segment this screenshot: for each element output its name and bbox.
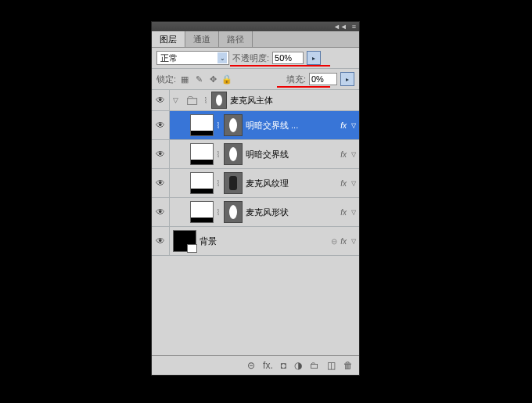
lock-position-icon[interactable]: ✥: [207, 74, 218, 85]
group-toggle-icon[interactable]: ▽: [173, 96, 181, 104]
svg-rect-7: [191, 218, 213, 222]
link-layers-icon[interactable]: ⊝: [247, 360, 255, 371]
mask-link-icon[interactable]: ⦚: [217, 179, 221, 187]
svg-rect-5: [191, 189, 213, 193]
mask-link-icon[interactable]: ⦚: [217, 150, 221, 158]
panel-tabs: 图层 通道 路径: [152, 31, 359, 48]
mask-thumb[interactable]: [224, 201, 243, 223]
mask-link-icon[interactable]: ⦚: [217, 208, 221, 216]
layer-thumb[interactable]: [190, 114, 214, 136]
mask-icon[interactable]: ◘: [281, 360, 286, 371]
mask-thumb[interactable]: [224, 114, 243, 136]
fx-badge[interactable]: fx: [340, 179, 347, 188]
fill-flyout-icon[interactable]: ▸: [340, 72, 354, 86]
lock-pixels-icon[interactable]: ✎: [193, 74, 204, 85]
blend-mode-value: 正常: [160, 52, 178, 64]
svg-rect-2: [191, 144, 213, 160]
opacity-flyout-icon[interactable]: ▸: [307, 51, 321, 65]
panel-footer: ⊝ fx. ◘ ◑ 🗀 ◫ 🗑: [152, 355, 359, 375]
layer-name[interactable]: 麦克风主体: [230, 95, 356, 106]
fx-icon[interactable]: fx.: [263, 360, 273, 371]
mask-thumb[interactable]: [224, 172, 243, 194]
layers-list: 👁 ▽ 🗀 ⦚ 麦克风主体 👁 ⦚ 明暗交界线 ... fx ▽ �: [152, 90, 359, 256]
svg-rect-6: [191, 202, 213, 218]
mask-thumb[interactable]: [211, 92, 227, 109]
layer-thumb[interactable]: [173, 230, 196, 252]
blend-row: 正常 ⌄ 不透明度: 50% ▸: [152, 48, 359, 69]
fill-label: 填充:: [286, 74, 306, 85]
visibility-toggle[interactable]: 👁: [152, 169, 170, 197]
layers-panel: ◄◄ ≡ 图层 通道 路径 正常 ⌄ 不透明度: 50% ▸ 锁定: ▦ ✎ ✥…: [151, 21, 360, 376]
blend-mode-select[interactable]: 正常 ⌄: [156, 51, 229, 65]
group-icon[interactable]: 🗀: [310, 360, 319, 371]
mask-link-icon[interactable]: ⦚: [217, 121, 221, 129]
visibility-toggle[interactable]: 👁: [152, 140, 170, 168]
highlight-underline-fill: [277, 86, 330, 88]
opacity-label: 不透明度:: [232, 52, 269, 64]
svg-rect-3: [191, 160, 213, 164]
fx-toggle-icon[interactable]: ▽: [351, 209, 356, 216]
fx-toggle-icon[interactable]: ▽: [351, 180, 356, 187]
folder-icon: 🗀: [184, 93, 201, 107]
tab-paths[interactable]: 路径: [219, 31, 253, 47]
fx-badge[interactable]: fx: [340, 237, 347, 246]
fx-badge[interactable]: fx: [340, 121, 347, 130]
visibility-toggle[interactable]: 👁: [152, 111, 170, 139]
menu-icon[interactable]: ≡: [352, 23, 356, 31]
chevron-down-icon: ⌄: [217, 52, 227, 63]
fx-toggle-icon[interactable]: ▽: [351, 151, 356, 158]
visibility-toggle[interactable]: 👁: [152, 227, 170, 255]
new-layer-icon[interactable]: ◫: [327, 360, 336, 371]
layer-item[interactable]: 👁 ⦚ 麦克风形状 fx ▽: [152, 198, 359, 227]
opacity-input[interactable]: 50%: [272, 52, 304, 64]
tab-layers[interactable]: 图层: [152, 31, 185, 47]
layer-name[interactable]: 明暗交界线: [246, 149, 337, 160]
fill-input[interactable]: 0%: [309, 73, 337, 85]
layer-background[interactable]: 👁 背景 ⊖ fx ▽: [152, 227, 359, 256]
layer-name[interactable]: 明暗交界线 ...: [246, 120, 337, 131]
visibility-toggle[interactable]: 👁: [152, 90, 170, 110]
mask-thumb[interactable]: [224, 143, 243, 165]
fx-badge[interactable]: fx: [340, 208, 347, 217]
lock-all-icon[interactable]: 🔒: [221, 74, 232, 85]
svg-rect-0: [191, 115, 213, 131]
fx-badge[interactable]: fx: [340, 150, 347, 159]
layer-thumb[interactable]: [190, 201, 214, 223]
visibility-toggle[interactable]: 👁: [152, 198, 170, 226]
layer-name[interactable]: 麦克风纹理: [246, 178, 337, 189]
fx-toggle-icon[interactable]: ▽: [351, 238, 356, 245]
link-fx-icon[interactable]: ⊖: [331, 237, 337, 246]
layer-group[interactable]: 👁 ▽ 🗀 ⦚ 麦克风主体: [152, 90, 359, 111]
collapse-icon[interactable]: ◄◄: [333, 23, 347, 31]
layer-thumb[interactable]: [190, 143, 214, 165]
lock-transparency-icon[interactable]: ▦: [179, 74, 190, 85]
panel-titlebar: ◄◄ ≡: [152, 22, 359, 31]
mask-link-icon[interactable]: ⦚: [204, 96, 208, 104]
lock-icons: ▦ ✎ ✥ 🔒: [179, 74, 232, 85]
lock-label: 锁定:: [156, 74, 176, 85]
layer-thumb[interactable]: [190, 172, 214, 194]
svg-rect-1: [191, 131, 213, 135]
adjustment-icon[interactable]: ◑: [294, 360, 302, 371]
layer-name[interactable]: 麦克风形状: [246, 207, 337, 218]
fx-toggle-icon[interactable]: ▽: [351, 122, 356, 129]
layer-name[interactable]: 背景: [200, 236, 328, 247]
layer-item[interactable]: 👁 ⦚ 明暗交界线 fx ▽: [152, 140, 359, 169]
highlight-underline: [230, 65, 330, 67]
svg-rect-4: [191, 173, 213, 189]
tab-channels[interactable]: 通道: [185, 31, 219, 47]
layer-item-selected[interactable]: 👁 ⦚ 明暗交界线 ... fx ▽: [152, 111, 359, 140]
delete-icon[interactable]: 🗑: [343, 360, 353, 371]
layer-item[interactable]: 👁 ⦚ 麦克风纹理 fx ▽: [152, 169, 359, 198]
lock-row: 锁定: ▦ ✎ ✥ 🔒 填充: 0% ▸: [152, 69, 359, 90]
